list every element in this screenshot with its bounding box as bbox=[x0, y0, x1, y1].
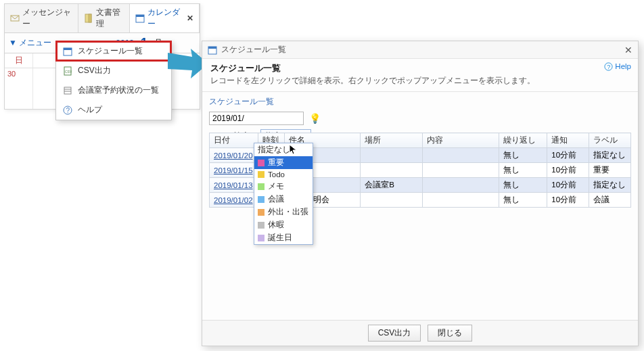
dropdown-option-label: 外出・出張 bbox=[268, 207, 308, 217]
svg-rect-2 bbox=[89, 14, 91, 22]
cell-notify: 10分前 bbox=[547, 163, 589, 178]
cell-content bbox=[423, 148, 499, 163]
menu-item-schedule-list[interactable]: スケジュール一覧 bbox=[56, 41, 171, 61]
csv-export-button[interactable]: CSV出力 bbox=[368, 325, 421, 342]
dropdown-option-label: 会議 bbox=[268, 194, 284, 204]
svg-rect-4 bbox=[136, 15, 144, 17]
dropdown-option[interactable]: 重要 bbox=[254, 156, 313, 169]
cell-place bbox=[361, 148, 423, 163]
svg-text:?: ? bbox=[66, 107, 70, 114]
menu-item-help[interactable]: ? ヘルプ bbox=[56, 100, 171, 120]
cell-notify: 10分前 bbox=[547, 148, 589, 163]
calendar-list-icon bbox=[63, 47, 72, 56]
date-filter-input[interactable] bbox=[209, 112, 304, 125]
csv-icon: CSV bbox=[63, 66, 72, 76]
tab-docmgmt[interactable]: 文書管理 bbox=[78, 4, 130, 32]
col-date[interactable]: 日付 bbox=[210, 133, 258, 148]
cell-notify: 10分前 bbox=[547, 178, 589, 193]
cell-repeat: 無し bbox=[499, 163, 547, 178]
col-place[interactable]: 場所 bbox=[361, 133, 423, 148]
color-swatch-icon bbox=[258, 196, 264, 203]
help-link[interactable]: ? Help bbox=[603, 62, 631, 71]
color-swatch-icon bbox=[258, 209, 264, 216]
dropdown-option[interactable]: Todo bbox=[254, 169, 313, 180]
dropdown-option[interactable]: 会議 bbox=[254, 193, 313, 206]
help-icon: ? bbox=[603, 62, 613, 71]
dropdown-option-label: 指定なし bbox=[258, 145, 290, 155]
calendar-icon bbox=[135, 14, 145, 23]
dropdown-option-label: 誕生日 bbox=[268, 233, 292, 243]
dialog-header: スケジュール一覧 レコードを左クリックで詳細を表示。右クリックでポップアップメニ… bbox=[202, 59, 638, 92]
dropdown-option-label: 重要 bbox=[268, 158, 284, 168]
cell-date: 2019/01/13 bbox=[210, 178, 258, 193]
svg-rect-6 bbox=[64, 48, 72, 50]
dialog-heading: スケジュール一覧 bbox=[210, 63, 630, 74]
svg-rect-16 bbox=[208, 47, 216, 49]
cell-label: 指定なし bbox=[589, 148, 630, 163]
dialog-body: スケジュール一覧 💡 ラベル検索： 指定なし ▼ 指定なし重要Todoメモ会議外… bbox=[202, 92, 638, 320]
dialog-footer: CSV出力 閉じる bbox=[202, 320, 638, 346]
menu-item-label: ヘルプ bbox=[78, 104, 102, 116]
help-label: Help bbox=[615, 62, 631, 70]
col-label[interactable]: ラベル bbox=[589, 133, 630, 148]
cell-repeat: 無し bbox=[499, 148, 547, 163]
dialog-close-button[interactable]: ✕ bbox=[624, 45, 632, 55]
cell-content bbox=[423, 193, 499, 208]
menu-item-label: CSV出力 bbox=[78, 65, 111, 76]
dialog-titlebar: スケジュール一覧 ✕ bbox=[202, 41, 638, 59]
tab-bar: メッセンジャー 文書管理 カレンダー ✕ bbox=[5, 4, 200, 33]
dropdown-option[interactable]: メモ bbox=[254, 180, 313, 193]
cell-notify: 10分前 bbox=[547, 193, 589, 208]
dropdown-option[interactable]: 誕生日 bbox=[254, 231, 313, 244]
svg-text:?: ? bbox=[607, 64, 610, 70]
help-icon: ? bbox=[63, 106, 72, 115]
dropdown-option-label: Todo bbox=[268, 170, 285, 179]
cell-label: 重要 bbox=[589, 163, 630, 178]
cell-label: 会議 bbox=[589, 193, 630, 208]
cell-repeat: 無し bbox=[499, 193, 547, 208]
calendar-icon bbox=[208, 45, 217, 55]
dialog-title: スケジュール一覧 bbox=[221, 44, 286, 55]
svg-text:CSV: CSV bbox=[65, 70, 72, 74]
tab-label: 文書管理 bbox=[96, 7, 124, 30]
menu-item-label: スケジュール一覧 bbox=[78, 45, 143, 57]
close-button[interactable]: 閉じる bbox=[428, 325, 472, 342]
cell-content bbox=[423, 178, 499, 193]
room-icon bbox=[63, 86, 72, 95]
menu-item-csv[interactable]: CSV CSV出力 bbox=[56, 61, 171, 80]
color-swatch-icon bbox=[258, 235, 264, 241]
col-notify[interactable]: 通知 bbox=[547, 133, 589, 148]
menu-item-room-status[interactable]: 会議室予約状況の一覧 bbox=[56, 80, 171, 100]
cell-place bbox=[361, 163, 423, 178]
dropdown-option-label: メモ bbox=[268, 181, 284, 191]
close-icon[interactable]: ✕ bbox=[187, 14, 193, 23]
color-swatch-icon bbox=[258, 183, 264, 190]
doc-icon bbox=[84, 14, 93, 23]
date-search-row: 💡 bbox=[209, 112, 631, 125]
menu-label: メニュー bbox=[19, 38, 51, 47]
mail-icon bbox=[10, 14, 20, 23]
cell-label: 指定なし bbox=[589, 178, 630, 193]
schedule-list-dialog: スケジュール一覧 ✕ スケジュール一覧 レコードを左クリックで詳細を表示。右クリ… bbox=[202, 41, 639, 346]
color-swatch-icon bbox=[258, 160, 264, 166]
dropdown-option[interactable]: 外出・出張 bbox=[254, 206, 313, 218]
tab-messenger[interactable]: メッセンジャー bbox=[5, 4, 78, 32]
color-swatch-icon bbox=[258, 171, 264, 178]
cell-repeat: 無し bbox=[499, 178, 547, 193]
dropdown-option[interactable]: 休暇 bbox=[254, 218, 313, 231]
tab-label: カレンダー bbox=[147, 7, 181, 30]
col-repeat[interactable]: 繰り返し bbox=[499, 133, 547, 148]
tab-calendar[interactable]: カレンダー ✕ bbox=[130, 4, 200, 32]
col-content[interactable]: 内容 bbox=[423, 133, 499, 148]
bulb-icon[interactable]: 💡 bbox=[309, 113, 321, 124]
dialog-subtext: レコードを左クリックで詳細を表示。右クリックでポップアップメニューを表示します。 bbox=[210, 76, 630, 86]
cell-place bbox=[361, 193, 423, 208]
menu-dropdown[interactable]: ▼ メニュー bbox=[9, 37, 51, 49]
dropdown-option[interactable]: 指定なし bbox=[254, 143, 313, 156]
label-filter-dropdown: 指定なし重要Todoメモ会議外出・出張休暇誕生日 bbox=[254, 143, 313, 245]
panel-title: スケジュール一覧 bbox=[209, 96, 631, 108]
tab-label: メッセンジャー bbox=[22, 7, 72, 30]
color-swatch-icon bbox=[258, 222, 264, 229]
cell-date: 2019/01/02 bbox=[210, 193, 258, 208]
calendar-cell-30[interactable]: 30 bbox=[5, 68, 33, 109]
